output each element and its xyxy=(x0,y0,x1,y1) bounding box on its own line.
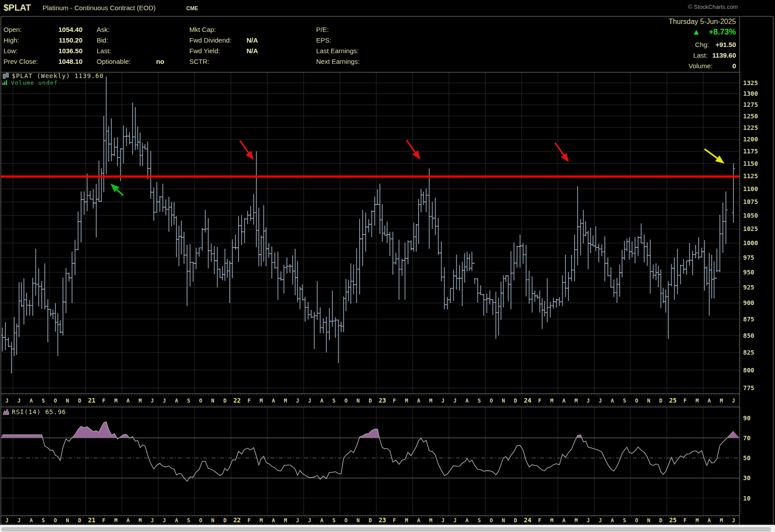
price-axis-label: 1100 xyxy=(743,185,758,192)
rsi-date-axis-label: J xyxy=(441,517,444,524)
rsi-date-axis-label: O xyxy=(635,517,638,524)
date-axis-label: O xyxy=(54,398,57,404)
date-axis-label: J xyxy=(454,398,457,404)
rsi-date-axis-label: A xyxy=(126,517,130,524)
rsi-date-axis-label: 23 xyxy=(379,516,386,524)
rsi-date-axis-label: N xyxy=(66,517,69,524)
rsi-panel-legend: RSI(14) 65.96 xyxy=(3,408,66,417)
red-rejection-arrow-2-head xyxy=(412,150,420,160)
date-axis-label: A xyxy=(562,398,566,404)
rsi-axis-label: 70 xyxy=(743,434,751,442)
rsi-date-axis-label: N xyxy=(647,517,650,524)
price-panel-title: $PLAT (Weekly) 1139.60 xyxy=(12,72,103,79)
rsi-legend-label: RSI(14) 65.96 xyxy=(12,408,66,415)
rsi-area-icon xyxy=(3,409,10,415)
date-axis-label: D xyxy=(223,398,227,404)
date-axis-label: D xyxy=(659,398,662,404)
rsi-date-axis-label: A xyxy=(272,517,275,524)
rsi-axis-label: 50 xyxy=(743,454,751,462)
date-axis-label: S xyxy=(187,398,190,404)
price-axis-label: 775 xyxy=(743,384,754,391)
price-axis-label: 950 xyxy=(743,269,754,276)
date-axis-label: F xyxy=(683,398,686,404)
rsi-date-axis-label: D xyxy=(78,517,81,524)
red-rejection-arrow-3-head xyxy=(561,153,569,162)
date-axis-label: J xyxy=(599,398,602,404)
yellow-breakout-arrow-shaft xyxy=(705,149,720,160)
date-axis-label: A xyxy=(466,398,469,404)
date-axis-label: M xyxy=(575,398,578,404)
price-axis-label: 975 xyxy=(743,254,754,261)
date-axis-label: J xyxy=(587,398,590,404)
rsi-date-axis-label: A xyxy=(466,517,469,524)
rsi-date-axis-label: J xyxy=(732,517,735,524)
date-axis-label: M xyxy=(284,398,287,404)
date-axis-label: N xyxy=(356,398,360,404)
rsi-date-axis-label: N xyxy=(502,517,505,524)
rsi-date-axis-label: N xyxy=(211,517,214,524)
date-axis-label: M xyxy=(720,398,723,404)
rsi-date-axis-label: D xyxy=(368,517,372,524)
date-axis-label: N xyxy=(647,398,650,404)
rsi-date-axis-label: M xyxy=(260,517,263,524)
rsi-date-axis-label: M xyxy=(575,517,578,524)
chart-canvas: 7758008258508759009259509751000102510501… xyxy=(0,0,775,532)
volume-legend-label: Volume undef xyxy=(11,79,58,86)
rsi-date-axis-label: S xyxy=(623,517,626,524)
price-axis-label: 1075 xyxy=(743,198,758,205)
date-axis-label: N xyxy=(502,398,505,404)
date-axis-label: J xyxy=(296,398,299,404)
price-ohlc-bars xyxy=(1,77,735,374)
volume-bars-icon xyxy=(2,79,9,86)
rsi-date-axis-label: A xyxy=(417,517,421,524)
scrollbar-thumb[interactable] xyxy=(1,527,771,532)
red-rejection-arrow-1-head xyxy=(246,151,254,160)
date-axis-label: A xyxy=(708,398,711,404)
date-axis-label: F xyxy=(538,398,541,404)
date-axis-label: A xyxy=(417,398,421,404)
rsi-date-axis-label: D xyxy=(223,517,227,524)
rsi-date-axis-label: M xyxy=(720,517,723,524)
rsi-date-axis-label: M xyxy=(405,517,408,524)
rsi-date-axis-label: 24 xyxy=(524,516,532,524)
rsi-date-axis-label: 21 xyxy=(88,516,95,524)
rsi-date-axis-label: J xyxy=(454,517,457,524)
date-axis-label: N xyxy=(66,398,69,404)
date-axis-label: J xyxy=(5,398,8,404)
price-axis-label: 900 xyxy=(743,299,754,306)
date-axis-label: O xyxy=(489,398,493,404)
date-axis-label: 25 xyxy=(669,397,677,404)
rsi-date-axis-label: A xyxy=(708,517,711,524)
rsi-date-axis-label: 25 xyxy=(669,516,677,524)
rsi-date-axis-label: F xyxy=(102,517,106,524)
date-axis-label: M xyxy=(405,398,408,404)
price-axis-label: 1325 xyxy=(743,79,758,86)
rsi-date-axis-label: O xyxy=(54,517,57,524)
rsi-date-axis-label: J xyxy=(587,517,590,524)
rsi-date-axis-label: F xyxy=(393,517,396,524)
date-axis-label: J xyxy=(308,398,311,404)
date-axis-label: M xyxy=(260,398,263,404)
rsi-date-axis-label: S xyxy=(332,517,335,524)
rsi-axis-label: 90 xyxy=(743,415,751,422)
rsi-date-axis-label: F xyxy=(538,517,541,524)
rsi-axis-label: 30 xyxy=(743,474,751,481)
rsi-date-axis-label: M xyxy=(114,517,117,524)
price-axis-label: 1200 xyxy=(743,136,758,143)
rsi-date-axis-label: J xyxy=(308,517,311,524)
date-axis-label: S xyxy=(42,398,45,404)
price-axis-label: 1050 xyxy=(743,212,758,219)
rsi-axis-label: 10 xyxy=(743,495,751,502)
rsi-date-axis-label: S xyxy=(42,517,45,524)
date-axis-label: 22 xyxy=(233,397,241,404)
date-axis-label: M xyxy=(696,398,699,404)
date-axis-label: D xyxy=(368,398,372,404)
date-axis-label: A xyxy=(30,398,33,404)
price-axis-label: 850 xyxy=(743,332,754,339)
date-axis-label: J xyxy=(151,398,154,404)
date-axis-label: D xyxy=(78,398,81,404)
date-axis-label: A xyxy=(126,398,130,404)
rsi-date-axis-label: O xyxy=(489,517,493,524)
yellow-breakout-arrow-head xyxy=(715,156,724,164)
rsi-date-axis-label: M xyxy=(550,517,553,524)
